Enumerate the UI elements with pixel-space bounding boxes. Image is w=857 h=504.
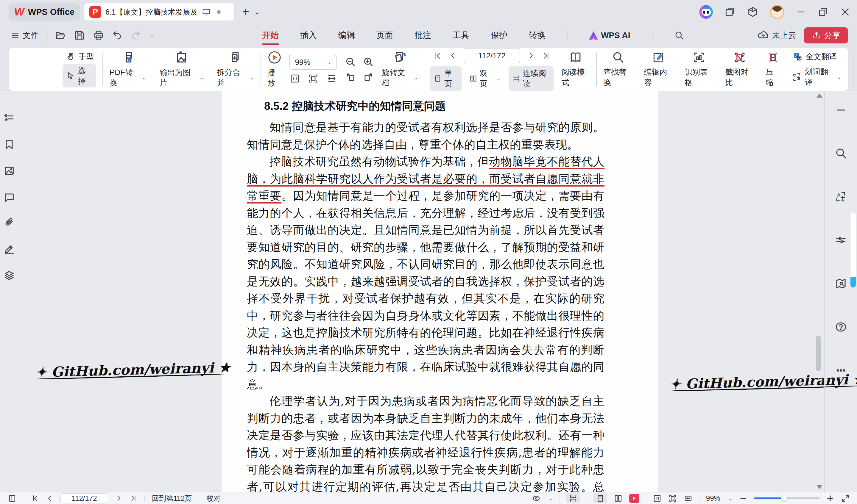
prev-page-icon[interactable]	[449, 51, 457, 60]
find-replace-button[interactable]: 查找替换	[603, 51, 632, 88]
zoom-in-icon[interactable]	[363, 56, 374, 68]
next-page-icon[interactable]	[527, 51, 535, 60]
cloud-status-button[interactable]: 未上云	[757, 30, 796, 41]
restore-button[interactable]	[818, 6, 828, 17]
layers-icon[interactable]	[3, 270, 15, 281]
prev-page-icon[interactable]	[46, 495, 53, 502]
split-merge-button[interactable]: 拆分合并⌄	[217, 51, 254, 88]
rotate-doc-button[interactable]: 旋转文档⌄	[382, 67, 418, 88]
translate-icon[interactable]: A	[835, 190, 847, 203]
page-indicator-box[interactable]: 112/172	[464, 48, 520, 63]
undo-icon[interactable]	[112, 30, 123, 41]
single-page-toggle[interactable]	[593, 493, 607, 503]
screenshot-compare-button[interactable]: 截图对比	[725, 51, 754, 88]
next-page-icon[interactable]	[115, 495, 122, 502]
window-scrollbar-thumb[interactable]	[851, 212, 856, 288]
user-avatar[interactable]	[770, 5, 784, 19]
hand-tool-button[interactable]: 手型	[66, 51, 96, 62]
navigation-icon[interactable]	[835, 277, 847, 290]
view-mode-icon[interactable]	[532, 494, 541, 503]
word-translate-button[interactable]: A 划词翻译⌄	[792, 67, 841, 87]
slideshow-play-button[interactable]	[629, 494, 639, 503]
document-tab[interactable]: P 6.1【原文】控脑技术发展及	[84, 3, 234, 20]
help-icon[interactable]	[835, 321, 847, 333]
app-menu-button[interactable]: W WPS Office	[9, 3, 80, 20]
pdf-convert-button[interactable]: PDF转换⌄	[110, 51, 147, 88]
close-button[interactable]	[840, 6, 851, 17]
print-icon[interactable]	[93, 30, 104, 41]
tab-list-chevron-icon[interactable]: ⌄	[254, 8, 260, 16]
double-page-toggle[interactable]: 双页⌄	[466, 66, 504, 91]
signature-icon[interactable]	[3, 243, 15, 255]
edit-content-button[interactable]: 编辑内容	[644, 51, 673, 88]
redo-icon[interactable]	[131, 30, 141, 41]
collapse-icon[interactable]	[835, 104, 847, 116]
recognize-table-button[interactable]: 识别表格	[685, 51, 713, 88]
wps-ai-button[interactable]: WPS AI	[589, 31, 631, 40]
page-panel-icon[interactable]	[8, 494, 17, 503]
continuous-read-toggle[interactable]	[566, 493, 580, 503]
select-tool-button[interactable]: 选择	[63, 64, 96, 87]
zoom-slider-knob[interactable]	[781, 495, 787, 501]
fit-width-icon[interactable]	[326, 73, 337, 84]
export-image-button[interactable]: 输出为图片⌄	[159, 51, 204, 88]
view-mode-chevron-icon[interactable]: ⌄	[549, 495, 553, 502]
fit-page-icon[interactable]	[308, 73, 319, 84]
actual-size-icon[interactable]	[653, 494, 662, 503]
fullscreen-icon[interactable]	[841, 494, 850, 503]
pdf-page[interactable]: 8.5.2 控脑技术研究中的知情同意问题 知情同意是基于有能力的受试者有权利选择…	[222, 91, 658, 492]
open-file-icon[interactable]	[55, 30, 66, 41]
document-scrollbar-thumb[interactable]	[816, 335, 821, 371]
actual-size-icon[interactable]: 1:1	[289, 73, 300, 84]
reading-mode-button[interactable]: 阅读模式	[561, 51, 590, 88]
rotate-left-icon[interactable]	[345, 71, 356, 82]
double-page-icon[interactable]	[614, 494, 623, 503]
zoom-in-button[interactable]	[826, 494, 834, 503]
full-translate-button[interactable]: A 全文翻译	[792, 51, 841, 62]
zoom-out-icon[interactable]	[345, 56, 356, 68]
fit-width-icon[interactable]	[684, 494, 693, 503]
fit-page-icon[interactable]	[668, 494, 677, 503]
more-icon[interactable]	[835, 364, 847, 377]
first-page-icon[interactable]	[433, 51, 442, 60]
tab-tools[interactable]: 工具	[453, 30, 469, 41]
zoom-chevron-icon[interactable]: ⌄	[728, 495, 733, 502]
ai-assistant-icon[interactable]	[699, 5, 713, 19]
play-button[interactable]: 播放	[267, 50, 282, 88]
attachment-icon[interactable]	[3, 217, 15, 229]
zoom-out-button[interactable]	[739, 494, 747, 503]
rotate-right-icon[interactable]	[363, 71, 374, 82]
tab-comment[interactable]: 批注	[415, 30, 431, 41]
tab-edit[interactable]: 编辑	[338, 30, 355, 41]
workspace-cube-icon[interactable]	[747, 6, 759, 18]
search-icon[interactable]	[835, 147, 847, 159]
tab-insert[interactable]: 插入	[300, 30, 317, 41]
undo-history-chevron-icon[interactable]: ⌄	[150, 32, 154, 39]
scroll-down-arrow[interactable]	[817, 485, 822, 489]
share-button[interactable]: 分享	[804, 28, 848, 44]
new-tab-button[interactable]: +	[242, 5, 250, 19]
outline-icon[interactable]	[3, 112, 15, 124]
page-indicator-box[interactable]: 112/172	[61, 493, 108, 503]
search-icon[interactable]	[674, 30, 685, 41]
image-icon[interactable]	[3, 165, 15, 177]
scroll-up-arrow[interactable]	[817, 93, 822, 98]
minimize-button[interactable]	[796, 6, 806, 17]
save-icon[interactable]	[74, 30, 85, 41]
compress-button[interactable]: 压缩	[766, 51, 780, 88]
file-menu-button[interactable]: 文件	[11, 30, 39, 41]
zoom-select[interactable]: 99% ⌄	[289, 55, 337, 70]
float-window-icon[interactable]	[724, 6, 736, 18]
comment-icon[interactable]	[3, 191, 15, 203]
tab-protect[interactable]: 保护	[491, 30, 507, 41]
last-page-icon[interactable]	[542, 51, 551, 60]
back-to-page-button[interactable]: 回到第112页	[152, 493, 192, 503]
settings-icon[interactable]	[835, 234, 847, 246]
tab-home[interactable]: 开始	[262, 30, 279, 41]
proofread-button[interactable]: 校对	[206, 493, 221, 503]
zoom-slider[interactable]	[754, 498, 820, 499]
tab-page[interactable]: 页面	[376, 30, 393, 41]
tab-convert[interactable]: 转换	[529, 30, 545, 41]
bookmark-icon[interactable]	[3, 139, 15, 151]
continuous-read-toggle[interactable]: 连续阅读	[509, 66, 554, 91]
